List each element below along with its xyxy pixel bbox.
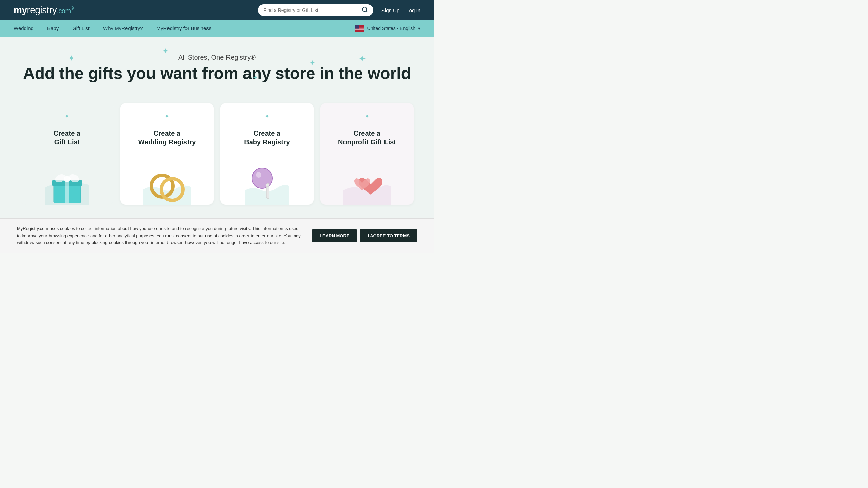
nav-link-why[interactable]: Why MyRegistry?: [103, 25, 143, 31]
decor-plus-3: ✦: [309, 59, 315, 67]
card-illustration-wedding: [129, 146, 205, 205]
learn-more-button[interactable]: LEARN MORE: [312, 229, 357, 242]
card-plus-3: ✦: [229, 113, 305, 120]
nav-item-baby[interactable]: Baby: [47, 25, 59, 32]
chevron-down-icon: ▾: [418, 26, 420, 31]
svg-rect-15: [355, 31, 364, 32]
svg-point-0: [362, 7, 367, 11]
search-bar[interactable]: [258, 4, 373, 16]
svg-rect-14: [355, 30, 364, 31]
cookie-buttons: LEARN MORE I AGREE TO TERMS: [312, 229, 417, 242]
card-title-nonprofit: Create aNonprofit Gift List: [329, 129, 406, 146]
hero-section: ✦ ✦ ✦ ✦ ✦ All Stores, One Registry® Add …: [0, 37, 434, 103]
flag-icon: [355, 25, 364, 32]
card-illustration-nonprofit: [329, 146, 406, 205]
card-plus-1: ✦: [28, 113, 105, 120]
svg-rect-13: [355, 30, 364, 30]
nav-link-giftlist[interactable]: Gift List: [72, 25, 90, 31]
card-illustration-gift-list: [28, 146, 105, 205]
svg-rect-12: [355, 29, 364, 30]
logo-registry: registry: [27, 5, 57, 15]
card-plus-2: ✦: [129, 113, 205, 120]
nav-item-wedding[interactable]: Wedding: [14, 25, 34, 32]
svg-rect-11: [355, 29, 364, 29]
card-illustration-baby: [229, 146, 305, 205]
cookie-text: MyRegistry.com uses cookies to collect i…: [17, 225, 302, 246]
search-icon[interactable]: [362, 6, 368, 14]
search-input[interactable]: [263, 7, 362, 13]
card-plus-4: ✦: [329, 113, 406, 120]
header-right: Sign Up Log In: [258, 4, 420, 16]
header-auth: Sign Up Log In: [381, 7, 420, 13]
card-baby[interactable]: ✦ Create aBaby Registry: [220, 103, 314, 205]
signup-link[interactable]: Sign Up: [381, 7, 399, 13]
svg-rect-19: [65, 180, 69, 203]
agree-terms-button[interactable]: I AGREE TO TERMS: [360, 229, 417, 242]
card-wedding[interactable]: ✦ Create aWedding Registry: [120, 103, 214, 205]
nav-links: Wedding Baby Gift List Why MyRegistry? M…: [14, 25, 211, 32]
nav-item-giftlist[interactable]: Gift List: [72, 25, 90, 32]
nav-item-business[interactable]: MyRegistry for Business: [157, 25, 212, 32]
nav-link-wedding[interactable]: Wedding: [14, 25, 34, 31]
cookie-banner: MyRegistry.com uses cookies to collect i…: [0, 218, 434, 253]
header: myregistry.com® Sign Up Log In: [0, 0, 434, 20]
card-nonprofit[interactable]: ✦ Create aNonprofit Gift List: [320, 103, 414, 205]
decor-plus-4: ✦: [359, 54, 366, 64]
svg-point-29: [266, 183, 269, 187]
cards-section: ✦ Create aGift List: [0, 103, 434, 218]
decor-plus-5: ✦: [253, 74, 258, 81]
hero-title: Add the gifts you want from any store in…: [14, 65, 420, 83]
logo[interactable]: myregistry.com®: [14, 5, 74, 16]
navbar: Wedding Baby Gift List Why MyRegistry? M…: [0, 20, 434, 37]
logo-my: my: [14, 5, 27, 15]
svg-rect-16: [355, 25, 359, 29]
nav-link-business[interactable]: MyRegistry for Business: [157, 25, 212, 31]
locale-label: United States - English: [367, 26, 415, 31]
svg-line-1: [366, 11, 367, 12]
svg-rect-10: [355, 29, 364, 29]
decor-plus-1: ✦: [68, 54, 75, 63]
nav-link-baby[interactable]: Baby: [47, 25, 59, 31]
decor-plus-2: ✦: [163, 47, 169, 55]
card-gift-list[interactable]: ✦ Create aGift List: [20, 103, 114, 205]
card-title-gift-list: Create aGift List: [28, 129, 105, 146]
svg-rect-28: [266, 185, 269, 199]
logo-reg: ®: [71, 6, 74, 11]
card-title-baby: Create aBaby Registry: [229, 129, 305, 146]
logo-dotcom: .com: [57, 7, 71, 15]
login-link[interactable]: Log In: [406, 7, 420, 13]
svg-point-27: [256, 172, 261, 178]
nav-item-why[interactable]: Why MyRegistry?: [103, 25, 143, 32]
svg-point-22: [64, 176, 71, 182]
locale-selector[interactable]: United States - English ▾: [355, 25, 420, 32]
card-title-wedding: Create aWedding Registry: [129, 129, 205, 146]
